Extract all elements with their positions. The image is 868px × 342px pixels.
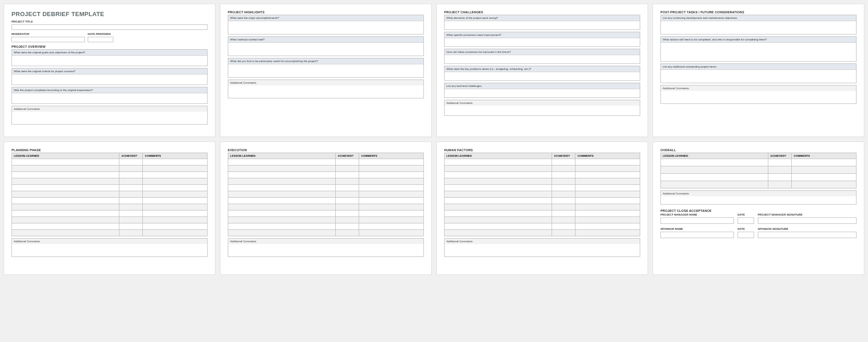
table-row[interactable] — [12, 223, 208, 230]
table-row[interactable] — [445, 217, 640, 223]
a-chal-wrong[interactable] — [445, 21, 640, 29]
table-row[interactable] — [228, 198, 424, 204]
table-row[interactable] — [445, 172, 640, 178]
table-row[interactable] — [228, 191, 424, 198]
a-overview-expectation[interactable] — [12, 93, 207, 103]
input-moderator[interactable] — [11, 37, 85, 42]
label-project-title: PROJECT TITLE — [11, 20, 208, 23]
table-row[interactable] — [12, 198, 208, 204]
label-addl-comments-6: Additional Comments — [228, 238, 424, 244]
table-row[interactable] — [12, 172, 208, 178]
table-row[interactable] — [228, 165, 424, 172]
input-addl-comments-7[interactable] — [444, 244, 640, 257]
table-row[interactable] — [661, 159, 857, 166]
input-date-prepared[interactable] — [88, 37, 113, 42]
q-post-dev: List any continuing development and main… — [661, 15, 856, 21]
page-1: PROJECT DEBRIEF TEMPLATE PROJECT TITLE M… — [4, 4, 215, 137]
table-row[interactable] — [12, 185, 208, 191]
table-row[interactable] — [12, 159, 208, 165]
a-highlights-useful[interactable] — [228, 64, 423, 77]
table-row[interactable] — [228, 159, 424, 165]
section-close-acceptance: PROJECT CLOSE ACCEPTANCE — [660, 209, 857, 212]
input-addl-comments-5[interactable] — [11, 244, 208, 257]
th-comments: COMMENTS — [143, 153, 208, 159]
page-5: PLANNING PHASE LESSON LEARNED ACHIEVED? … — [4, 142, 215, 275]
table-row[interactable] — [661, 174, 857, 181]
input-addl-comments-2[interactable] — [228, 86, 424, 98]
section-postproject: POST-PROJECT TASKS / FUTURE CONSIDERATIO… — [660, 11, 857, 14]
table-row[interactable] — [228, 185, 424, 191]
table-row[interactable] — [445, 191, 640, 198]
table-row[interactable] — [12, 191, 208, 198]
table-row[interactable] — [228, 211, 424, 217]
label-pm-date: DATE — [738, 213, 754, 216]
a-overview-goals[interactable] — [12, 56, 207, 66]
section-execution: EXECUTION — [228, 148, 424, 152]
input-addl-comments-1[interactable] — [11, 112, 208, 125]
table-row[interactable] — [12, 217, 208, 223]
table-row[interactable] — [445, 211, 640, 217]
table-row[interactable] — [228, 217, 424, 223]
qbox-chal-improve: What specific processes need improvement… — [444, 32, 640, 47]
input-addl-comments-4[interactable] — [660, 91, 857, 104]
table-row[interactable] — [228, 204, 424, 211]
table-row[interactable] — [445, 230, 640, 236]
label-addl-comments-8: Additional Comments — [660, 190, 857, 196]
th-achieved: ACHIEVED? — [552, 153, 575, 159]
table-row[interactable] — [12, 165, 208, 172]
table-row[interactable] — [12, 211, 208, 217]
qbox-chal-tech: List any technical challenges. — [444, 83, 640, 98]
input-pm-date[interactable] — [738, 217, 754, 224]
table-row[interactable] — [228, 172, 424, 178]
input-addl-comments-3[interactable] — [444, 106, 640, 116]
qbox-chal-problems: What were the key problems areas (i.e., … — [444, 66, 640, 81]
a-chal-problems[interactable] — [445, 72, 640, 80]
table-row[interactable] — [12, 178, 208, 185]
table-row[interactable] — [661, 181, 857, 188]
label-sp-sig: SPONSOR SIGNATURE — [758, 228, 857, 230]
section-challenges: PROJECT CHALLENGES — [444, 11, 640, 14]
label-addl-comments-7: Additional Comments — [444, 238, 640, 244]
q-chal-tech: List any technical challenges. — [445, 83, 640, 89]
input-sp-name[interactable] — [660, 232, 734, 238]
q-overview-goals: What were the original goals and objecti… — [12, 50, 207, 56]
table-row[interactable] — [661, 166, 857, 174]
th-lesson: LESSON LEARNED — [228, 153, 336, 159]
th-achieved: ACHIEVED? — [119, 153, 143, 159]
th-lesson: LESSON LEARNED — [661, 153, 768, 159]
a-post-items[interactable] — [661, 70, 856, 83]
label-pm-name: PROJECT MANAGER NAME — [660, 213, 734, 216]
table-row[interactable] — [445, 165, 640, 172]
a-overview-criteria[interactable] — [12, 74, 207, 85]
a-highlights-accomp[interactable] — [228, 21, 423, 34]
table-row[interactable] — [445, 223, 640, 230]
input-pm-name[interactable] — [660, 217, 734, 224]
table-row[interactable] — [12, 230, 208, 236]
input-pm-sig[interactable] — [758, 217, 857, 224]
table-row[interactable] — [228, 178, 424, 185]
section-highlights: PROJECT HIGHLIGHTS — [228, 11, 424, 14]
th-achieved: ACHIEVED? — [336, 153, 359, 159]
a-highlights-methods[interactable] — [228, 43, 423, 56]
input-project-title[interactable] — [11, 24, 208, 30]
a-chal-future[interactable] — [445, 55, 640, 63]
input-sp-date[interactable] — [738, 232, 754, 238]
a-chal-tech[interactable] — [445, 89, 640, 97]
table-row[interactable] — [12, 204, 208, 211]
table-row[interactable] — [445, 204, 640, 211]
q-overview-expectation: Was the project completed according to t… — [12, 87, 207, 93]
table-row[interactable] — [228, 230, 424, 236]
table-row[interactable] — [445, 198, 640, 204]
a-chal-improve[interactable] — [445, 38, 640, 46]
table-execution: LESSON LEARNED ACHIEVED? COMMENTS — [228, 153, 424, 236]
input-addl-comments-6[interactable] — [228, 244, 424, 257]
table-row[interactable] — [445, 185, 640, 191]
input-sp-sig[interactable] — [758, 232, 857, 238]
qbox-post-actions: What actions still need to be completed,… — [660, 36, 857, 62]
a-post-dev[interactable] — [661, 21, 856, 34]
input-addl-comments-8[interactable] — [660, 196, 857, 205]
table-row[interactable] — [445, 178, 640, 185]
table-row[interactable] — [228, 223, 424, 230]
table-row[interactable] — [445, 159, 640, 165]
a-post-actions[interactable] — [661, 43, 856, 61]
